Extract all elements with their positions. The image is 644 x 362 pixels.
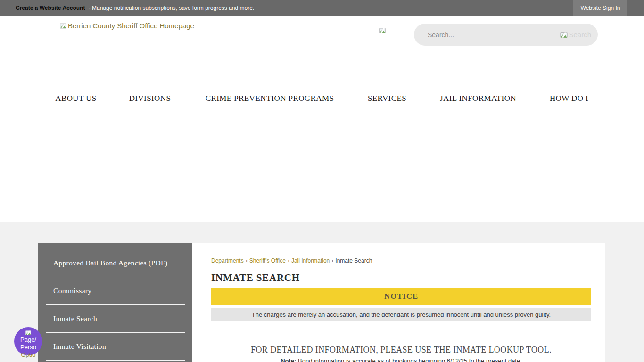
breadcrumb-link-departments[interactable]: Departments [211,257,244,264]
search-button[interactable]: Search [560,31,591,39]
sidebar: Approved Bail Bond Agencies (PDF) Commis… [38,243,192,362]
nav-item-how-do-i[interactable]: HOW DO I [550,94,588,103]
notice-text: The charges are merely an accusation, an… [252,311,551,318]
notice-heading: NOTICE [384,292,418,301]
search-box: Search [414,24,598,46]
broken-image-icon [25,329,32,336]
sidebar-divider [46,360,185,361]
sidebar-item-inmate-visitation[interactable]: Inmate Visitation [38,333,192,360]
sidebar-item-commissary[interactable]: Commissary [38,277,192,304]
note-body: Bond information is accurate as of booki… [296,357,521,362]
nav-item-divisions[interactable]: DIVISIONS [129,94,171,103]
sidebar-item-inmate-search[interactable]: Inmate Search [38,305,192,332]
website-signin-button[interactable]: Website Sign In [573,0,627,16]
page-title: INMATE SEARCH [211,272,300,284]
broken-image-icon [560,31,568,39]
breadcrumb-separator: › [246,257,248,264]
page-personalization-widget-button[interactable]: Page/ Perso Optio [14,327,42,355]
sidebar-item-approved-bail-bond-agencies[interactable]: Approved Bail Bond Agencies (PDF) [38,249,192,277]
broken-image-icon [379,27,386,34]
create-account-link[interactable]: Create a Website Account [16,5,85,11]
breadcrumb-link-jail-information[interactable]: Jail Information [291,257,330,264]
breadcrumb-link-sheriffs-office[interactable]: Sheriff's Office [249,257,286,264]
breadcrumb-current: Inmate Search [335,257,372,264]
widget-alt-line: Page/ [20,336,36,344]
breadcrumb: Departments›Sheriff's Office›Jail Inform… [211,257,372,264]
notice-banner: NOTICE [211,288,591,305]
breadcrumb-separator: › [331,257,333,264]
widget-alt-line: Perso [20,344,36,351]
page: Create a Website Account - Manage notifi… [0,0,644,362]
alert-message: Create a Website Account - Manage notifi… [0,5,254,11]
search-button-label: Search [569,31,591,39]
nav-item-about-us[interactable]: ABOUT US [55,94,96,103]
nav-item-jail-information[interactable]: JAIL INFORMATION [440,94,516,103]
nav-item-services[interactable]: SERVICES [368,94,406,103]
logo-link[interactable]: Berrien County Sheriff Office Homepage [59,22,194,30]
broken-image-icon [59,22,67,30]
alert-message-text: - Manage notification subscriptions, sav… [89,5,255,11]
alert-bar: Create a Website Account - Manage notifi… [0,0,644,16]
note-label: Note: [281,357,296,362]
callout-text: FOR DETAILED INFORMATION, PLEASE USE THE… [211,345,591,355]
widget-alt-line: Optio [21,351,35,359]
breadcrumb-separator: › [288,257,289,264]
notice-text-bar: The charges are merely an accusation, an… [211,308,591,321]
search-input[interactable] [428,31,560,39]
logo-alt-text: Berrien County Sheriff Office Homepage [68,22,194,30]
nav-item-crime-prevention-programs[interactable]: CRIME PREVENTION PROGRAMS [206,94,334,103]
note-text: Note: Bond information is accurate as of… [211,357,591,362]
